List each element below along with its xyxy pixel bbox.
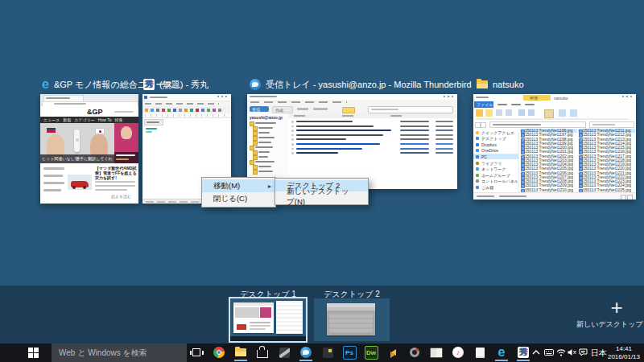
taskbar-icon-camera-tool[interactable]: [407, 344, 423, 360]
search-box[interactable]: Web と Windows を検索: [52, 343, 187, 362]
exp-nav-item[interactable]: Dropbox: [473, 142, 518, 147]
taskbar-icon-ftp[interactable]: [385, 344, 401, 360]
mail-date-bar: [436, 125, 453, 127]
taskbar-icon-image-viewer[interactable]: [320, 344, 336, 360]
exp-nav-item[interactable]: ごみ箱: [473, 184, 518, 190]
exp-nav-item[interactable]: ライブラリ: [473, 160, 518, 166]
tb-folder-row[interactable]: [253, 150, 291, 154]
toolbar-button[interactable]: [184, 109, 188, 112]
mail-subject-bar: [296, 148, 362, 150]
taskbar-icon-edge[interactable]: e: [493, 344, 510, 360]
toolbar-button[interactable]: [201, 109, 204, 112]
taskbar-icon-dictionary[interactable]: [428, 344, 444, 360]
exp-nav-item[interactable]: OneDrive: [473, 148, 518, 154]
tb-folder-row[interactable]: [253, 131, 291, 135]
gp-nav-item[interactable]: ニュース: [43, 117, 60, 122]
window-title-hidemaru: 秀 (無題) - 秀丸: [143, 78, 208, 91]
open-indicator: [299, 360, 312, 361]
taskbar-icon-thunderbird[interactable]: [298, 344, 314, 360]
mail-row[interactable]: [289, 138, 457, 142]
nav-item-label: クイックアクセス: [481, 130, 518, 135]
toolbar-button[interactable]: [162, 109, 165, 112]
toolbar-button[interactable]: [145, 109, 148, 112]
exp-nav-item[interactable]: クイックアクセス: [473, 130, 518, 135]
toolbar-button[interactable]: [218, 109, 221, 112]
toolbar-button[interactable]: [151, 109, 154, 112]
gadget-device: [74, 130, 80, 152]
tray-action-center-icon[interactable]: [578, 347, 588, 358]
mail-row[interactable]: [289, 134, 457, 138]
mail-row[interactable]: [289, 147, 457, 151]
mail-row[interactable]: [289, 142, 457, 146]
window-thumbnail-explorer[interactable]: 管理 natsuko ファイル: [473, 94, 636, 200]
toolbar-button[interactable]: [156, 109, 159, 112]
mail-sender-bar: [400, 125, 429, 127]
submenu-item-new-desktop[interactable]: 新しいデスクトップ(N): [275, 191, 368, 203]
exp-nav-item[interactable]: コントロールパネル: [473, 179, 518, 184]
tray-touch-keyboard-icon[interactable]: [543, 347, 554, 358]
menu-item-close[interactable]: 閉じる(C): [202, 192, 275, 205]
tb-write-label: 作成: [275, 108, 283, 113]
mail-row[interactable]: [289, 129, 457, 133]
taskbar-icon-photoshop[interactable]: Ps: [341, 344, 357, 360]
context-menu: 移動(M) ▸ 閉じる(C): [201, 177, 276, 208]
taskbar-icon-file-explorer[interactable]: [233, 344, 249, 360]
window-thumbnail-thunderbird[interactable]: 受信 作成 yasushi@anzo.jp: [247, 94, 457, 189]
tb-folder-row[interactable]: [253, 126, 291, 130]
file-row[interactable]: 150113 TrendyNet1225.jpg: [578, 188, 635, 192]
gp-nav-item[interactable]: How To: [98, 117, 112, 122]
new-desktop-button[interactable]: + 新しいデスクトップ: [597, 297, 636, 334]
taskbar-icon-chrome[interactable]: [211, 344, 227, 360]
tb-folder-row[interactable]: [253, 170, 291, 174]
gp-nav-item[interactable]: カテゴリー: [74, 117, 94, 122]
menu-item-label: 移動(M): [213, 181, 240, 191]
tb-folder-row[interactable]: [250, 160, 288, 164]
mail-row[interactable]: [289, 120, 457, 124]
exp-nav-item[interactable]: ホームグループ: [473, 172, 518, 178]
desktop-1-thumbnail[interactable]: [229, 297, 308, 343]
task-view-button[interactable]: [190, 348, 204, 358]
exp-nav-item[interactable]: デスクトップ: [473, 136, 518, 142]
toolbar-button[interactable]: [207, 109, 210, 112]
tb-get-mail-button: 受信: [250, 106, 269, 112]
gp-nav-item[interactable]: 特集: [114, 117, 122, 122]
mail-subject-bar: [296, 134, 383, 136]
mail-date-bar: [436, 138, 453, 140]
tray-chevron-up-icon[interactable]: [530, 347, 541, 358]
mail-row[interactable]: [289, 125, 457, 129]
toolbar-button[interactable]: [213, 109, 216, 112]
tb-folder-row[interactable]: [250, 146, 288, 150]
window-thumbnail-edge[interactable]: &GP ニュース新着カテゴリーHow To特集 ヒット間違いなし!勝手に翻訳して…: [40, 94, 138, 204]
tb-folder-row[interactable]: [253, 165, 291, 169]
desktop-2-thumbnail[interactable]: [314, 298, 390, 341]
gp-nav-item[interactable]: 新着: [63, 117, 71, 122]
taskbar-icon-store[interactable]: [254, 344, 270, 360]
exp-nav-item[interactable]: ネットワーク: [473, 167, 518, 172]
toolbar-button[interactable]: [190, 109, 193, 112]
folder-icon: [250, 121, 254, 126]
mail-row[interactable]: [289, 151, 457, 155]
tb-folder-row[interactable]: [253, 155, 291, 159]
tb-folder-row[interactable]: [253, 141, 291, 145]
exp-statusbar: [473, 192, 636, 200]
toolbar-button[interactable]: [167, 109, 171, 112]
taskbar-icon-hidemaru[interactable]: 秀: [515, 344, 531, 360]
tb-folder-row[interactable]: [253, 136, 291, 140]
file-row[interactable]: 150113 TrendyNet1210.jpg: [520, 188, 577, 192]
menu-item-move[interactable]: 移動(M) ▸: [202, 179, 275, 192]
toolbar-button[interactable]: [179, 109, 182, 112]
taskbar-icon-media-app[interactable]: [276, 344, 292, 360]
mail-sender-bar: [400, 121, 429, 122]
toolbar-button[interactable]: [173, 109, 176, 112]
tray-volume-muted-icon[interactable]: [567, 347, 577, 358]
tray-clock[interactable]: 14:41 2016/01/13: [605, 345, 642, 361]
start-button[interactable]: [28, 348, 39, 358]
tb-folder-row[interactable]: [250, 121, 288, 125]
taskbar-icon-dreamweaver[interactable]: Dw: [363, 344, 379, 360]
menu-item-label: 新しいデスクトップ(N): [287, 187, 355, 208]
toolbar-button[interactable]: [196, 109, 199, 112]
taskbar-icon-itunes[interactable]: ♪: [450, 344, 466, 360]
exp-nav-item[interactable]: PC: [473, 154, 518, 159]
tray-network-icon[interactable]: [555, 347, 566, 358]
taskbar-icon-notepad[interactable]: [472, 344, 488, 360]
